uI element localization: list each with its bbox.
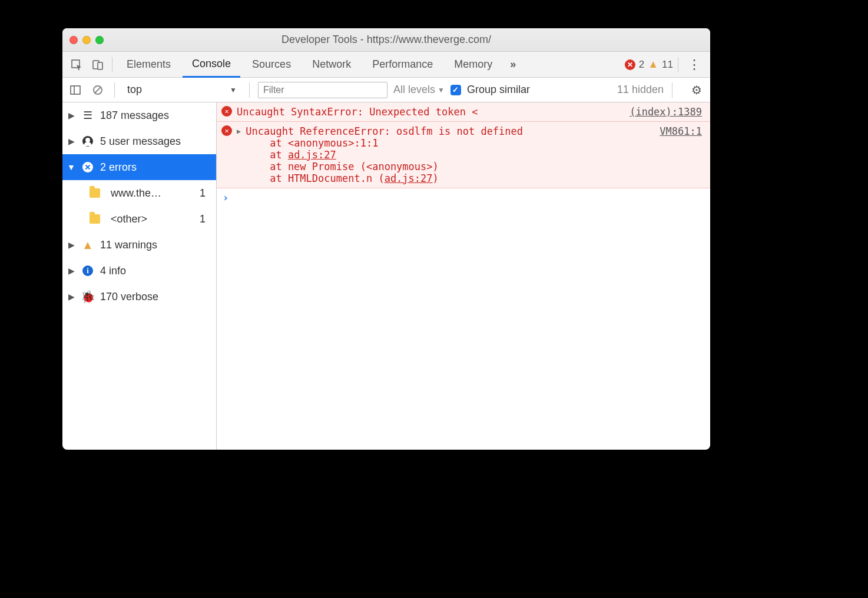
dropdown-icon: ▼ (230, 86, 237, 94)
log-levels-selector[interactable]: All levels ▼ (393, 84, 445, 96)
error-icon: ✕ (221, 106, 232, 117)
error-icon: ✕ (625, 59, 635, 70)
sidebar-item-info[interactable]: ▶ i 4 info (62, 258, 216, 284)
error-count: 2 (639, 59, 644, 71)
zoom-window-button[interactable] (95, 36, 104, 44)
message-text: Uncaught ReferenceError: osdlfm is not d… (246, 125, 523, 137)
tab-elements[interactable]: Elements (117, 52, 180, 78)
sidebar-item-label: 170 verbose (100, 291, 158, 303)
expand-icon: ▶ (67, 266, 75, 275)
window-title: Developer Tools - https://www.theverge.c… (62, 34, 710, 46)
message-text: Uncaught SyntaxError: Unexpected token < (237, 106, 478, 118)
tab-sources[interactable]: Sources (243, 52, 300, 78)
folder-icon (90, 188, 100, 198)
context-value: top (127, 84, 142, 96)
console-settings-icon[interactable]: ⚙ (688, 83, 705, 97)
group-similar-checkbox[interactable]: ✓ (450, 85, 461, 95)
message-source-link[interactable]: (index):1389 (630, 106, 702, 118)
tab-memory[interactable]: Memory (445, 52, 502, 78)
separator (249, 82, 250, 98)
collapse-icon: ▼ (67, 162, 75, 172)
separator (672, 82, 672, 98)
error-icon: ✕ (221, 125, 232, 136)
sidebar-error-source[interactable]: www.the… 1 (62, 180, 216, 206)
sidebar-item-errors[interactable]: ▼ 2 errors (62, 154, 216, 180)
device-toolbar-icon[interactable] (88, 55, 107, 74)
tabs-overflow-icon[interactable]: » (504, 52, 522, 78)
message-body: Uncaught ReferenceError: osdlfm is not d… (246, 125, 523, 184)
filter-input[interactable] (258, 82, 387, 98)
info-icon: i (82, 265, 93, 276)
close-window-button[interactable] (69, 36, 78, 44)
sidebar-item-messages[interactable]: ▶ ☰ 187 messages (62, 102, 216, 128)
sidebar-item-label: <other> (111, 213, 147, 225)
sidebar-item-label: 5 user messages (100, 135, 181, 148)
sidebar-item-label: 187 messages (100, 109, 169, 122)
toggle-sidebar-icon[interactable] (67, 82, 84, 98)
console-output: ✕ Uncaught SyntaxError: Unexpected token… (217, 102, 710, 450)
console-sidebar: ▶ ☰ 187 messages ▶ 5 user messages ▼ 2 e… (62, 102, 217, 450)
console-toolbar: top ▼ All levels ▼ ✓ Group similar 11 hi… (62, 78, 710, 102)
bug-icon: 🐞 (81, 290, 94, 304)
separator (678, 57, 678, 72)
folder-icon (90, 214, 100, 224)
user-icon (82, 136, 93, 147)
devtools-tabs: Elements Console Sources Network Perform… (62, 52, 710, 78)
devtools-window: Developer Tools - https://www.theverge.c… (62, 28, 710, 450)
expand-icon: ▶ (67, 292, 75, 301)
warning-count: 11 (662, 59, 673, 71)
console-error-message[interactable]: ✕ ▶ Uncaught ReferenceError: osdlfm is n… (217, 122, 710, 188)
expand-icon[interactable]: ▶ (237, 127, 241, 184)
sidebar-item-count: 1 (200, 213, 211, 225)
inspect-element-icon[interactable] (67, 55, 86, 74)
expand-icon: ▶ (67, 111, 75, 120)
tab-performance[interactable]: Performance (363, 52, 442, 78)
minimize-window-button[interactable] (82, 36, 91, 44)
console-prompt[interactable]: › (217, 188, 710, 207)
more-menu-icon[interactable]: ⋮ (683, 57, 705, 72)
console-error-message[interactable]: ✕ Uncaught SyntaxError: Unexpected token… (217, 102, 710, 122)
sidebar-item-count: 1 (200, 187, 211, 200)
sidebar-item-user-messages[interactable]: ▶ 5 user messages (62, 128, 216, 154)
sidebar-item-warnings[interactable]: ▶ ▲ 11 warnings (62, 232, 216, 258)
sidebar-item-verbose[interactable]: ▶ 🐞 170 verbose (62, 284, 216, 310)
sidebar-error-source[interactable]: <other> 1 (62, 206, 216, 232)
status-badges[interactable]: ✕ 2 ▲ 11 (625, 58, 673, 71)
window-controls (69, 36, 104, 44)
titlebar: Developer Tools - https://www.theverge.c… (62, 28, 710, 52)
message-source-link[interactable]: VM861:1 (660, 125, 702, 137)
error-icon (82, 162, 93, 172)
warning-icon: ▲ (648, 58, 658, 71)
separator (112, 57, 112, 72)
sidebar-item-label: 11 warnings (100, 239, 157, 251)
expand-icon: ▶ (67, 240, 75, 250)
svg-rect-2 (98, 62, 102, 69)
hidden-count[interactable]: 11 hidden (617, 84, 664, 96)
stack-link[interactable]: ad.js:27 (385, 172, 433, 184)
expand-icon: ▶ (67, 137, 75, 146)
group-similar-label: Group similar (467, 84, 530, 96)
warning-icon: ▲ (81, 238, 94, 252)
tab-network[interactable]: Network (303, 52, 360, 78)
sidebar-item-label: 4 info (100, 265, 126, 277)
list-icon: ☰ (81, 109, 94, 122)
svg-rect-3 (71, 86, 80, 94)
log-levels-label: All levels (393, 84, 435, 96)
stack-link[interactable]: ad.js:27 (288, 149, 336, 161)
separator (114, 82, 115, 98)
clear-console-icon[interactable] (90, 82, 106, 98)
sidebar-item-label: www.the… (111, 187, 161, 200)
tab-console[interactable]: Console (183, 52, 240, 78)
svg-line-6 (95, 87, 101, 93)
sidebar-item-label: 2 errors (100, 161, 137, 174)
context-selector[interactable]: top ▼ (123, 82, 241, 98)
